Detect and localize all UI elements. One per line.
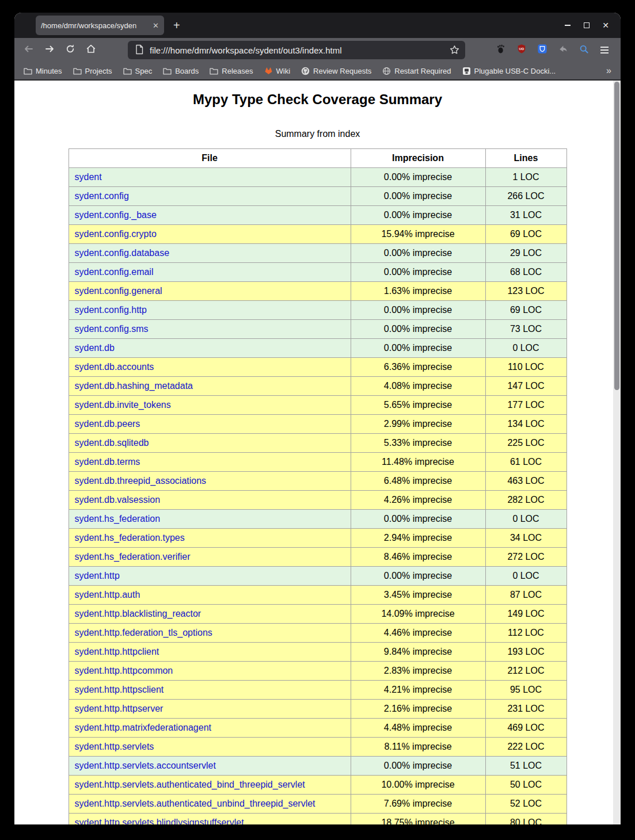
module-link[interactable]: sydent.config.crypto [75,229,157,239]
tab-close-icon[interactable]: ✕ [153,21,159,30]
file-cell: sydent.db.invite_tokens [69,396,351,415]
imprecision-cell: 18.75% imprecise [351,814,485,825]
folder-icon [123,67,132,75]
module-link[interactable]: sydent.db.valsession [75,495,161,505]
table-row: sydent.db.peers2.99% imprecise134 LOC [69,415,566,434]
module-link[interactable]: sydent.http.servlets.authenticated_bind_… [75,780,305,789]
gnome-extension-button[interactable] [492,41,509,59]
module-link[interactable]: sydent.http.auth [75,590,140,600]
bookmark-releases[interactable]: Releases [210,67,253,75]
lines-cell: 73 LOC [485,320,566,339]
module-link[interactable]: sydent.db.threepid_associations [75,476,207,486]
table-row: sydent.http0.00% imprecise0 LOC [69,567,566,586]
module-link[interactable]: sydent.http.httpclient [75,647,159,656]
bookmark-spec[interactable]: Spec [123,67,153,75]
bookmark-boards[interactable]: Boards [163,67,199,75]
bookmark-label: Review Requests [313,67,371,75]
imprecision-cell: 5.33% imprecise [351,434,485,453]
browser-tab[interactable]: /home/dmr/workspace/syden ✕ [36,16,164,35]
module-link[interactable]: sydent.db [75,343,115,353]
module-link[interactable]: sydent.db.sqlitedb [75,438,149,448]
module-link[interactable]: sydent.config.sms [75,324,149,334]
menu-button[interactable] [596,41,613,59]
module-link[interactable]: sydent.http.servlets [75,742,154,751]
back-button[interactable] [20,41,37,59]
module-link[interactable]: sydent.http.httpcommon [75,666,173,675]
tab-title: /home/dmr/workspace/syden [41,21,149,30]
scrollbar-track[interactable] [613,81,621,824]
home-button[interactable] [82,41,100,59]
imprecision-cell: 8.11% imprecise [351,738,485,757]
bookmark-star-icon[interactable] [449,44,460,57]
module-link[interactable]: sydent.http [75,571,120,581]
bookmark-plugable-usb-c-docki[interactable]: Plugable USB-C Docki... [462,67,556,75]
new-tab-button[interactable]: + [173,19,180,32]
module-link[interactable]: sydent.http.httpsclient [75,685,164,694]
table-row: sydent.http.httpserver2.16% imprecise231… [69,700,566,719]
table-row: sydent.config.email0.00% imprecise68 LOC [69,263,566,282]
module-link[interactable]: sydent.config._base [75,210,157,220]
module-link[interactable]: sydent.hs_federation [75,514,161,524]
module-link[interactable]: sydent.config [75,191,129,201]
module-link[interactable]: sydent.db.invite_tokens [75,400,171,410]
module-link[interactable]: sydent.config.database [75,248,170,258]
bitwarden-extension-button[interactable] [534,41,551,59]
lines-cell: 149 LOC [485,605,566,624]
github-icon [301,67,310,75]
bookmark-wiki[interactable]: Wiki [264,67,291,75]
close-button[interactable]: ✕ [600,20,611,31]
module-link[interactable]: sydent.db.peers [75,419,140,429]
file-cell: sydent.http.servlets.authenticated_bind_… [69,776,351,795]
module-link[interactable]: sydent.http.federation_tls_options [75,628,212,637]
imprecision-cell: 0.00% imprecise [351,301,485,320]
bookmark-restart-required[interactable]: Restart Required [382,67,451,75]
imprecision-cell: 0.00% imprecise [351,757,485,776]
module-link[interactable]: sydent.http.blacklisting_reactor [75,609,201,618]
module-link[interactable]: sydent.config.email [75,267,154,277]
module-link[interactable]: sydent.config.general [75,286,162,296]
module-link[interactable]: sydent.http.httpserver [75,704,163,713]
url-bar[interactable]: file:///home/dmr/workspace/sydent/out3/i… [128,41,465,59]
search-button[interactable] [575,41,592,59]
imprecision-cell: 0.00% imprecise [351,320,485,339]
maximize-button[interactable] [581,20,592,31]
forward-icon [44,43,55,57]
module-link[interactable]: sydent.hs_federation.types [75,533,185,543]
module-link[interactable]: sydent.db.accounts [75,362,154,372]
lines-cell: 110 LOC [485,358,566,377]
module-link[interactable]: sydent.http.matrixfederationagent [75,723,211,732]
bookmark-minutes[interactable]: Minutes [24,67,62,75]
module-link[interactable]: sydent.http.servlets.authenticated_unbin… [75,799,315,808]
lines-cell: 463 LOC [485,472,566,491]
url-text[interactable]: file:///home/dmr/workspace/sydent/out3/i… [150,45,342,55]
share-extension-button[interactable] [554,41,572,59]
module-link[interactable]: sydent.config.http [75,305,147,315]
table-row: sydent.http.servlets8.11% imprecise222 L… [69,738,566,757]
browser-window: /home/dmr/workspace/syden ✕ + ✕ [14,13,621,824]
bookmark-review-requests[interactable]: Review Requests [301,67,371,75]
forward-button[interactable] [41,41,58,59]
table-row: sydent.http.servlets.accountservlet0.00%… [69,757,566,776]
table-header-row: File Imprecision Lines [69,149,566,168]
bookmark-projects[interactable]: Projects [73,67,112,75]
hamburger-icon [600,47,609,54]
ublock-extension-button[interactable]: UO [513,41,530,59]
module-link[interactable]: sydent.db.hashing_metadata [75,381,193,391]
table-row: sydent0.00% imprecise1 LOC [69,168,566,187]
bookmarks-overflow-button[interactable]: » [606,66,611,76]
reload-button[interactable] [62,41,79,59]
page-subtitle: Summary from index [14,128,621,139]
imprecision-cell: 3.45% imprecise [351,586,485,605]
module-link[interactable]: sydent.http.servlets.blindlysignstuffser… [75,818,244,824]
module-link[interactable]: sydent [75,172,102,182]
file-cell: sydent.http.servlets.blindlysignstuffser… [69,814,351,825]
minimize-button[interactable] [562,20,573,31]
titlebar: /home/dmr/workspace/syden ✕ + ✕ [14,13,621,38]
lines-cell: 231 LOC [485,700,566,719]
scrollbar-thumb[interactable] [614,82,619,390]
module-link[interactable]: sydent.db.terms [75,457,140,467]
imprecision-cell: 6.36% imprecise [351,358,485,377]
module-link[interactable]: sydent.hs_federation.verifier [75,552,191,562]
module-link[interactable]: sydent.http.servlets.accountservlet [75,761,216,770]
table-row: sydent.db.threepid_associations6.48% imp… [69,472,566,491]
